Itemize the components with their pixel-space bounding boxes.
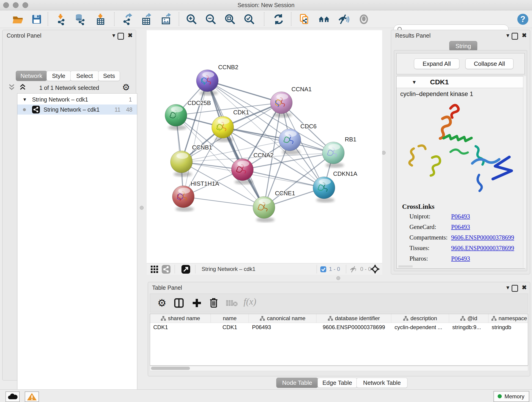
grid-view-icon[interactable]: [150, 265, 158, 274]
table-cell[interactable]: cyclin-dependent ...: [391, 323, 449, 332]
float-panel-icon[interactable]: [512, 285, 518, 292]
collapse-triangle-icon[interactable]: ▼: [22, 95, 27, 104]
section-collapse-triangle-icon[interactable]: ▼: [412, 79, 417, 85]
node-label-CDK1: CDK1: [233, 109, 249, 116]
bottom-splitter-handle[interactable]: [336, 276, 340, 280]
tab-select[interactable]: Select: [70, 71, 99, 81]
network-node-HIST1H1A[interactable]: [172, 186, 194, 211]
crosslink-link[interactable]: P06493: [451, 223, 470, 230]
help-icon[interactable]: ?: [517, 13, 529, 25]
network-node-CCNA2[interactable]: [231, 159, 253, 185]
column-header-database-identifier[interactable]: database identifier: [317, 314, 391, 323]
birdseye-navigator-icon[interactable]: [370, 264, 380, 274]
save-session-icon[interactable]: [31, 13, 43, 25]
open-session-icon[interactable]: [12, 13, 24, 25]
zoom-selected-icon[interactable]: [243, 13, 255, 25]
right-splitter-handle[interactable]: [382, 151, 386, 155]
collapse-all-button[interactable]: Collapse All: [465, 58, 513, 69]
hidden-eye-slash-icon[interactable]: [350, 265, 357, 273]
zoom-out-icon[interactable]: [205, 13, 217, 25]
import-network-database-icon[interactable]: [74, 13, 86, 25]
table-cell[interactable]: stringdb:9...: [449, 323, 488, 332]
network-edge[interactable]: [183, 81, 207, 197]
clone-network-icon[interactable]: [298, 13, 310, 25]
table-cell[interactable]: CDK1: [211, 323, 249, 332]
column-header-shared-name[interactable]: shared name: [150, 314, 211, 323]
column-header-description[interactable]: description: [391, 314, 449, 323]
export-image-icon[interactable]: [160, 13, 172, 25]
preview-eye-icon[interactable]: [358, 13, 370, 25]
column-header-namespace[interactable]: namespace: [488, 314, 528, 323]
network-node-CDC25B[interactable]: [165, 104, 187, 130]
tab-network-table[interactable]: Network Table: [356, 378, 407, 388]
delete-column-trash-icon[interactable]: [209, 298, 219, 308]
table-cell[interactable]: P06493: [249, 323, 317, 332]
float-panel-icon[interactable]: [118, 33, 124, 40]
tab-sets[interactable]: Sets: [98, 71, 120, 81]
add-column-icon[interactable]: [192, 298, 202, 308]
crosslink-link[interactable]: P06493: [451, 213, 470, 220]
crosslink-link[interactable]: 9606.ENSP00000378699: [451, 245, 514, 252]
import-network-file-icon[interactable]: [55, 13, 67, 25]
hide-selected-eye-icon[interactable]: [338, 13, 350, 25]
tab-network[interactable]: Network: [16, 71, 47, 81]
left-splitter-handle[interactable]: [140, 206, 144, 210]
network-edge[interactable]: [207, 81, 281, 103]
section-hscroll-thumb[interactable]: [399, 265, 413, 268]
table-cell[interactable]: CDK1: [150, 323, 211, 332]
panel-menu-icon[interactable]: ▾: [506, 284, 509, 291]
network-share-view-icon[interactable]: [162, 265, 171, 274]
export-table-icon[interactable]: [141, 13, 152, 25]
network-node-CCNB2[interactable]: [196, 70, 218, 96]
network-node-CCNB1[interactable]: [171, 151, 192, 177]
cloud-button[interactable]: [6, 391, 20, 402]
column-header-@id[interactable]: @id: [449, 314, 488, 323]
zoom-in-icon[interactable]: [186, 13, 197, 25]
close-panel-icon[interactable]: ✖: [522, 32, 527, 39]
panel-menu-icon[interactable]: ▾: [506, 32, 509, 39]
network-edge[interactable]: [183, 197, 264, 207]
network-canvas[interactable]: CCNB2CCNA1CDC25BCDK1CDC6RB1CCNB1CCNA2CDK…: [147, 30, 382, 263]
network-node-RB1[interactable]: [322, 142, 344, 168]
network-edge[interactable]: [242, 170, 324, 188]
crosslink-link[interactable]: 9606.ENSP00000378699: [451, 234, 514, 241]
table-cell[interactable]: 9606.ENSP00000378699: [317, 323, 391, 332]
network-edge[interactable]: [207, 81, 264, 207]
detach-view-icon[interactable]: [181, 265, 190, 274]
network-node-CDKN1A[interactable]: [313, 177, 335, 203]
network-node-CDK1[interactable]: [212, 116, 234, 142]
tab-edge-table[interactable]: Edge Table: [317, 378, 357, 388]
expand-all-button[interactable]: Expand All: [414, 58, 459, 69]
network-node-CCNE1[interactable]: [253, 196, 275, 222]
table-hscroll-thumb[interactable]: [151, 367, 190, 370]
warnings-button[interactable]: [25, 391, 39, 402]
network-node-CDC6[interactable]: [279, 129, 301, 155]
tab-string[interactable]: String: [449, 41, 477, 51]
zoom-fit-icon[interactable]: [224, 13, 236, 25]
show-columns-icon[interactable]: [174, 298, 184, 308]
table-settings-gear-icon[interactable]: ⚙: [157, 297, 166, 309]
close-panel-icon[interactable]: ✖: [522, 284, 527, 291]
float-panel-icon[interactable]: [512, 33, 518, 40]
selected-checkbox-icon[interactable]: [320, 266, 327, 273]
tab-style[interactable]: Style: [46, 71, 71, 81]
table-cell[interactable]: stringdb: [488, 323, 528, 332]
network-node-CCNA1[interactable]: [270, 92, 292, 118]
refresh-icon[interactable]: [273, 13, 285, 25]
memory-button[interactable]: Memory: [494, 391, 529, 402]
network-row[interactable]: String Network – cdk1 11 48: [17, 104, 137, 115]
column-header-canonical-name[interactable]: canonical name: [249, 314, 317, 323]
network-collection-row[interactable]: ▼ String Network – cdk1 1: [17, 95, 137, 104]
import-table-file-icon[interactable]: [94, 13, 106, 25]
table-hscrollbar[interactable]: [150, 366, 528, 371]
tab-node-table[interactable]: Node Table: [276, 378, 318, 388]
results-vscrollbar[interactable]: [523, 76, 526, 268]
close-panel-icon[interactable]: ✖: [128, 32, 133, 39]
panel-menu-icon[interactable]: ▾: [112, 32, 115, 39]
export-network-icon[interactable]: [121, 13, 133, 25]
home-icon[interactable]: [318, 13, 330, 25]
network-options-gear-icon[interactable]: ⚙: [122, 82, 130, 92]
column-header-name[interactable]: name: [211, 314, 249, 323]
crosslink-link[interactable]: P06493: [451, 255, 470, 262]
cdk1-section-header[interactable]: ▼ CDK1: [397, 76, 525, 88]
